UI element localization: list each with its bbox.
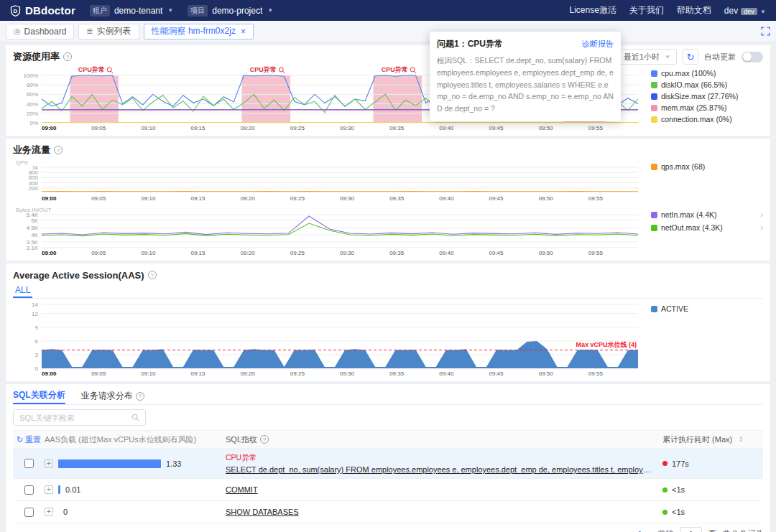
row-checkbox[interactable] [24, 459, 34, 468]
reset-button[interactable]: ↻ 重置 [17, 434, 41, 445]
help-icon[interactable]: ? [260, 435, 269, 444]
project-selector[interactable]: 项目 demo-project ▼ [188, 5, 273, 17]
app-title: DBdoctor [25, 4, 75, 17]
svg-text:09:05: 09:05 [91, 125, 106, 131]
table-row[interactable]: + 0 SHOW DATABASES <1s [13, 501, 763, 523]
legend-item[interactable]: netOut.max (4.3K)› [651, 223, 763, 233]
svg-text:12: 12 [32, 311, 38, 317]
svg-text:200: 200 [29, 185, 39, 192]
prev-page-button[interactable]: ‹ [628, 528, 631, 532]
sort-icon[interactable]: ▲▼ [739, 436, 743, 443]
aas-load-value: 0 [63, 508, 68, 516]
main-content: 资源使用率 ? 最近1小时 ▼ ↻ 自动更新 CPU异常CPU异常CPU异常CP… [0, 42, 776, 532]
qps-chart-legend: qps.max (68) [642, 158, 763, 171]
traffic-title: 业务流量 [13, 144, 50, 157]
license-link[interactable]: License激活 [569, 4, 616, 17]
svg-text:5K: 5K [31, 218, 38, 224]
help-icon[interactable]: ? [54, 146, 63, 154]
svg-text:09:05: 09:05 [91, 250, 106, 256]
sql-fingerprint-link[interactable]: SHOW DATABASES [226, 508, 654, 516]
sql-search-input[interactable] [19, 414, 127, 422]
chevron-down-icon: ▼ [665, 54, 670, 60]
tab-request-distribution[interactable]: 业务请求分布 ? [81, 388, 144, 404]
col-time-header: 累计执行耗时 (Max) [662, 434, 732, 445]
legend-item[interactable]: diskIO.max (66.5%) [651, 80, 763, 89]
chevron-down-icon: ▼ [760, 9, 766, 15]
legend-item[interactable]: cpu.max (100%) [651, 69, 763, 78]
legend-item[interactable]: mem.max (25.87%) [651, 103, 763, 112]
resource-title: 资源使用率 [13, 50, 60, 63]
table-row[interactable]: + 1.33 CPU异常 SELECT de.dept_no, sum(sala… [13, 449, 763, 479]
close-icon[interactable]: × [241, 27, 246, 37]
search-icon[interactable] [131, 414, 139, 421]
svg-text:09:30: 09:30 [340, 195, 355, 202]
svg-text:100%: 100% [24, 73, 38, 79]
exec-time: 177s [672, 459, 689, 468]
tab-dashboard[interactable]: ◎ Dashboard [6, 24, 74, 39]
next-page-button[interactable]: › [648, 528, 651, 532]
row-checkbox[interactable] [24, 508, 34, 517]
reset-icon: ↻ [17, 435, 23, 444]
svg-text:CPU异常: CPU异常 [250, 66, 277, 73]
svg-text:09:45: 09:45 [489, 195, 504, 202]
legend-item[interactable]: connection.max (0%) [651, 115, 763, 123]
tab-dashboard-label: Dashboard [24, 27, 67, 37]
traffic-panel: 业务流量 ? QPS1k80060040020009:0009:0509:100… [6, 139, 770, 261]
user-badge: dev [741, 8, 757, 15]
user-menu[interactable]: devdev ▼ [724, 6, 766, 16]
aas-tab-all[interactable]: ALL [13, 283, 32, 298]
tab-sql-analysis[interactable]: SQL关联分析 [13, 388, 65, 404]
status-dot [662, 487, 668, 493]
legend-item[interactable]: ACTIVE [651, 304, 763, 313]
page-input[interactable] [680, 527, 702, 532]
expand-icon[interactable]: + [45, 485, 53, 494]
status-dot [662, 510, 668, 515]
tab-instance-list[interactable]: ≣ 实例列表 [78, 24, 139, 39]
svg-text:4K: 4K [31, 232, 38, 238]
bytes-chart[interactable]: Bytes IN/OUT5.4K5K4.5K4K3.5K3.1K09:0009:… [13, 205, 642, 257]
svg-text:09:40: 09:40 [439, 195, 454, 202]
table-row[interactable]: + 0.01 COMMIT <1s [13, 479, 763, 501]
help-icon[interactable]: ? [148, 271, 157, 279]
aas-chart-legend: ACTIVE [642, 300, 763, 313]
qps-chart[interactable]: QPS1k80060040020009:0009:0509:1009:1509:… [13, 158, 642, 202]
svg-text:09:10: 09:10 [141, 370, 156, 377]
fullscreen-button[interactable] [761, 27, 770, 36]
expand-icon[interactable]: + [45, 508, 53, 516]
legend-item[interactable]: qps.max (68) [651, 162, 763, 171]
legend-item[interactable]: diskSize.max (27.76%) [651, 92, 763, 101]
help-icon[interactable]: ? [63, 52, 72, 61]
tenant-selector[interactable]: 租户 demo-tenant ▼ [90, 5, 173, 17]
aas-chart[interactable]: 1412963009:0009:0509:1009:1509:2009:2509… [13, 300, 642, 378]
page-number[interactable]: 1 [637, 530, 642, 532]
col-sql-header: SQL指纹 [226, 434, 257, 445]
svg-text:09:10: 09:10 [141, 195, 156, 202]
docs-link[interactable]: 帮助文档 [677, 4, 711, 17]
total-records: 共 3 条记录 [723, 528, 763, 532]
navbar-right: License激活 关于我们 帮助文档 devdev ▼ [569, 4, 766, 17]
sql-fingerprint-link[interactable]: COMMIT [226, 485, 654, 494]
svg-text:09:45: 09:45 [489, 370, 504, 377]
refresh-button[interactable]: ↻ [683, 49, 698, 65]
svg-text:60%: 60% [27, 91, 38, 98]
svg-text:09:30: 09:30 [340, 250, 355, 256]
svg-text:09:10: 09:10 [141, 250, 156, 256]
diagnosis-report-link[interactable]: 诊断报告 [582, 39, 614, 50]
row-checkbox[interactable] [24, 485, 34, 495]
legend-item[interactable]: netIn.max (4.4K)› [651, 210, 763, 220]
svg-text:09:55: 09:55 [588, 125, 604, 131]
sql-fingerprint-link[interactable]: SELECT de.dept_no, sum(salary) FROM empl… [226, 465, 654, 474]
sql-search-box [13, 409, 146, 426]
exec-time: <1s [672, 485, 685, 494]
svg-text:09:15: 09:15 [191, 370, 206, 377]
page-unit-label: 页 [708, 528, 716, 532]
auto-refresh-toggle[interactable] [742, 52, 763, 62]
expand-icon[interactable]: + [45, 459, 53, 468]
svg-text:09:55: 09:55 [588, 370, 604, 377]
auto-refresh-label: 自动更新 [704, 52, 736, 62]
about-link[interactable]: 关于我们 [629, 4, 664, 17]
svg-text:09:50: 09:50 [539, 250, 554, 256]
tab-performance-insight[interactable]: 性能洞察 hm-frm0x2jz × [144, 24, 254, 39]
svg-text:09:45: 09:45 [489, 250, 504, 256]
svg-text:09:00: 09:00 [42, 125, 57, 131]
